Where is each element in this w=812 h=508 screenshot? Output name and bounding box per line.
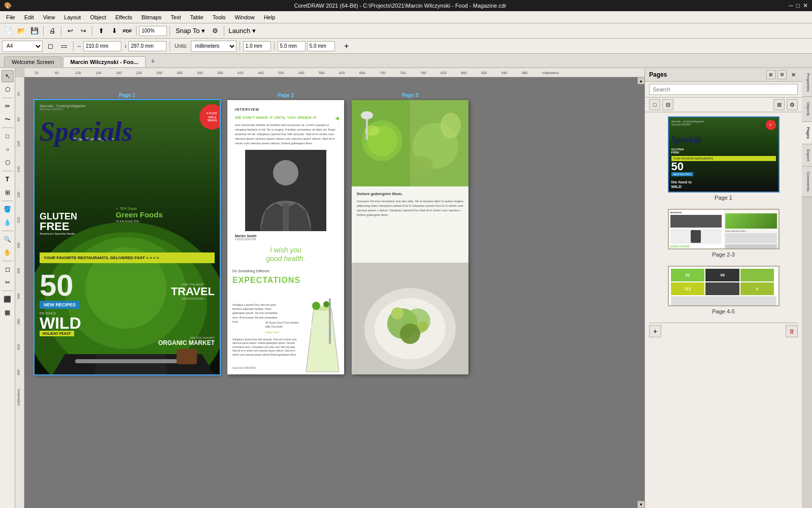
export-btn[interactable]: ⬇ — [108, 25, 120, 37]
pages-footer: + 🗑 — [649, 323, 798, 339]
svg-text:540: 540 — [298, 71, 304, 75]
p2-photo-caption: Martin Smith FOOD EDITOR — [235, 234, 336, 241]
blend-tool[interactable]: ⬛ — [2, 293, 14, 305]
page-size-select[interactable]: A4 — [2, 41, 43, 52]
nudge-y-input[interactable] — [307, 41, 335, 51]
menu-window[interactable]: Window — [231, 13, 259, 21]
close-btn[interactable]: ✕ — [803, 2, 808, 9]
ellipse-tool[interactable]: ○ — [2, 143, 14, 155]
toolbar-sep-3 — [92, 26, 92, 36]
print-btn[interactable]: 🖨 — [46, 25, 58, 37]
rectangle-tool[interactable]: □ — [2, 130, 14, 142]
page-2-label: Page 2 — [278, 92, 294, 98]
menu-bitmaps[interactable]: Bitmaps — [138, 13, 166, 21]
zoom-input[interactable] — [139, 26, 167, 36]
page-45-thumbnail[interactable]: 91 38 112 8 62 — [668, 266, 780, 306]
shape-tool[interactable]: ⬡ — [2, 83, 14, 96]
nudge-x-input[interactable] — [278, 41, 306, 51]
pages-single-view-btn[interactable]: □ — [649, 99, 660, 110]
svg-point-63 — [441, 113, 461, 138]
new-btn[interactable]: 📄 — [2, 25, 14, 37]
rtab-properties[interactable]: Properties — [802, 68, 812, 97]
page-23-thumbnail[interactable]: INTERVIEW EXPECTATIONS Dolore gubergren … — [668, 209, 780, 249]
width-input[interactable] — [83, 41, 121, 51]
height-input[interactable] — [128, 41, 166, 51]
svg-text:780: 780 — [420, 71, 426, 75]
page-1-thumbnail[interactable]: Specials - Cooking MagazineSummer 06/200… — [668, 116, 780, 193]
polygon-tool[interactable]: ⬡ — [2, 156, 14, 169]
pages-search-input[interactable] — [649, 84, 798, 95]
scroll-down-btn[interactable]: ▼ — [637, 501, 645, 508]
menu-edit[interactable]: Edit — [20, 13, 38, 21]
tab-welcome[interactable]: Welcome Screen — [4, 56, 62, 67]
svg-text:460: 460 — [17, 369, 20, 375]
add-page-btn[interactable]: + — [341, 40, 353, 52]
menu-view[interactable]: View — [39, 13, 59, 21]
canvas-scroll[interactable]: ▲ ▼ Page 1 — [24, 77, 645, 508]
menu-table[interactable]: Table — [186, 13, 208, 21]
menu-effects[interactable]: Effects — [111, 13, 136, 21]
maximize-btn[interactable]: □ — [796, 2, 800, 9]
redo-btn[interactable]: ↪ — [77, 25, 89, 37]
page-orient-landscape[interactable]: ▭ — [58, 40, 70, 52]
menu-tools[interactable]: Tools — [209, 13, 230, 21]
pages-options-btn[interactable]: ⚙ — [777, 70, 787, 79]
pages-panel-close-btn[interactable]: ✕ — [789, 70, 798, 79]
hand-tool[interactable]: ✋ — [2, 246, 14, 259]
table-tool[interactable]: ⊞ — [2, 186, 14, 199]
launch-btn[interactable]: Launch ▾ — [227, 25, 257, 37]
snap-dist-input[interactable] — [243, 41, 271, 51]
import-btn[interactable]: ⬆ — [95, 25, 107, 37]
pages-grid-btn[interactable]: ⊞ — [773, 99, 785, 110]
pages-grid-view-btn[interactable]: ⊞ — [766, 70, 775, 79]
svg-point-59 — [361, 111, 373, 119]
svg-text:380: 380 — [217, 71, 223, 75]
open-btn[interactable]: 📂 — [15, 25, 27, 37]
menu-object[interactable]: Object — [86, 13, 110, 21]
delete-page-btn[interactable]: 🗑 — [786, 325, 798, 337]
rtab-export[interactable]: Export — [802, 144, 812, 167]
page-3[interactable]: Dolore gubergren illum. Accusam Sit erat… — [352, 100, 468, 374]
page-orient-portrait[interactable]: ◻ — [44, 40, 56, 52]
undo-btn[interactable]: ↩ — [64, 25, 76, 37]
page-1[interactable]: Specials - Cooking Magazine Summer 06/20… — [35, 100, 220, 374]
units-select[interactable]: millimeters — [191, 41, 236, 52]
menu-help[interactable]: Help — [260, 13, 280, 21]
pages-settings-btn[interactable]: ⚙ — [787, 99, 798, 110]
options-btn[interactable]: ⚙ — [209, 25, 221, 37]
svg-text:380: 380 — [17, 319, 20, 325]
gradient-tool[interactable]: ▦ — [2, 306, 14, 319]
p1-organic-market: DID YOU KNOW? ORGANIC MARKET — [158, 336, 215, 346]
menu-text[interactable]: Text — [166, 13, 185, 21]
svg-rect-43 — [95, 354, 166, 374]
pages-double-view-btn[interactable]: ⊟ — [662, 99, 673, 110]
p2-drink-image — [301, 293, 344, 374]
rtab-comments[interactable]: Comments — [802, 167, 812, 197]
snap-to-btn[interactable]: Snap To ▾ — [173, 25, 208, 37]
pdf-btn[interactable]: PDF — [121, 25, 133, 37]
tab-add-btn[interactable]: + — [147, 55, 159, 67]
save-btn[interactable]: 💾 — [28, 25, 41, 37]
tab-document[interactable]: Marcin Wilczynski - Foo... — [63, 56, 146, 67]
svg-point-54 — [323, 301, 329, 307]
svg-text:460: 460 — [258, 71, 264, 75]
p2-footer-date: Summer 06/2004 — [232, 366, 256, 369]
freehand-tool[interactable]: ✏ — [2, 100, 14, 112]
crop-tool[interactable]: ✂ — [2, 276, 14, 289]
menu-layout[interactable]: Layout — [60, 13, 85, 21]
select-tool[interactable]: ↖ — [2, 70, 14, 82]
eyedropper-tool[interactable]: 💧 — [2, 216, 14, 229]
rtab-pages[interactable]: Pages — [802, 122, 812, 145]
fill-tool[interactable]: 🪣 — [2, 203, 14, 215]
smart-draw-tool[interactable]: 〜 — [2, 113, 14, 125]
eraser-tool[interactable]: ◻ — [2, 263, 14, 275]
minimize-btn[interactable]: ─ — [789, 2, 793, 9]
scroll-up-btn[interactable]: ▲ — [637, 77, 645, 84]
rtab-objects[interactable]: Objects — [802, 97, 812, 121]
zoom-tool[interactable]: 🔍 — [2, 233, 14, 245]
text-tool[interactable]: T — [2, 173, 14, 185]
tool-sep-4 — [2, 201, 13, 201]
page-2[interactable]: INTERVIEW ◀ WE DON'T MAKE IT UNTIL YOU O… — [227, 100, 344, 374]
menu-file[interactable]: File — [2, 13, 19, 21]
add-page-before-btn[interactable]: + — [649, 325, 661, 337]
